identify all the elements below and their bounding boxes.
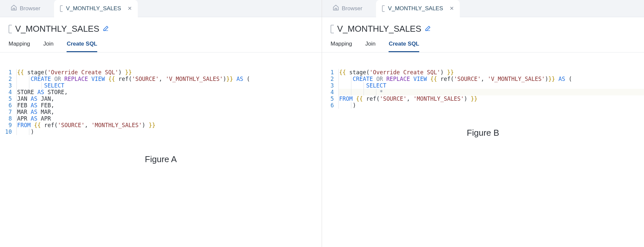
token-plain: , (481, 76, 487, 82)
token-plain: ) (353, 102, 356, 109)
line-number: 2 (322, 76, 338, 82)
browser-link[interactable]: Browser (328, 4, 367, 13)
code-content[interactable]: CREATE OR REPLACE VIEW {{ ref('SOURCE', … (338, 76, 644, 82)
code-content[interactable]: STORE AS STORE, (16, 89, 322, 95)
tab-bar: BrowserV_MONTHLY_SALES✕ (0, 0, 322, 17)
code-line[interactable]: 7MAR AS MAR, (0, 109, 322, 115)
code-content[interactable]: ) (338, 102, 644, 109)
indent-guide (338, 69, 339, 76)
token-plain (24, 69, 27, 76)
title-row: V_MONTHLY_SALES (322, 17, 644, 37)
code-content[interactable]: {{ stage('Override Create SQL') }} (16, 69, 322, 76)
code-content[interactable]: {{ stage('Override Create SQL') }} (338, 69, 644, 76)
token-kw-blue: AS (31, 95, 37, 102)
indent-guide (351, 82, 351, 89)
code-content[interactable]: ) (16, 128, 322, 135)
tab-active[interactable]: V_MONTHLY_SALES✕ (54, 0, 138, 17)
token-plain (555, 76, 558, 82)
code-line[interactable]: 4 * (322, 89, 644, 95)
token-plain: JAN (17, 95, 31, 102)
close-icon[interactable]: ✕ (450, 5, 454, 12)
indent-guide (42, 82, 42, 89)
indent-guide (338, 76, 339, 82)
token-plain: ( (565, 76, 572, 82)
indent-guide (16, 82, 17, 89)
code-content[interactable]: CREATE OR REPLACE VIEW {{ ref('SOURCE', … (16, 76, 322, 82)
edit-icon[interactable] (424, 25, 431, 33)
token-delim: }} (447, 69, 454, 76)
edit-icon[interactable] (102, 25, 109, 33)
token-kw-blue: AS (37, 89, 44, 95)
token-fn: ref (440, 76, 451, 82)
code-content[interactable]: * (338, 89, 644, 95)
code-content[interactable]: MAR AS MAR, (16, 109, 322, 115)
tab-join[interactable]: Join (43, 41, 53, 52)
token-kw-blue: FROM (339, 95, 353, 102)
line-number: 7 (0, 109, 16, 115)
code-line[interactable]: 5JAN AS JAN, (0, 95, 322, 102)
browser-label: Browser (20, 5, 40, 12)
code-line[interactable]: 1{{ stage('Override Create SQL') }} (0, 69, 322, 76)
token-plain (51, 76, 54, 82)
view-icon (331, 25, 334, 33)
token-delim: }} (125, 69, 132, 76)
token-plain: ( (129, 76, 132, 82)
token-kw-blue: CREATE (353, 76, 373, 82)
code-editor[interactable]: 1{{ stage('Override Create SQL') }}2 CRE… (322, 53, 644, 109)
token-plain: ) (118, 69, 125, 76)
code-line[interactable]: 4STORE AS STORE, (0, 89, 322, 95)
token-plain (373, 76, 376, 82)
indent-guide (338, 89, 339, 95)
tab-mapping[interactable]: Mapping (9, 41, 30, 52)
indent-guide (351, 89, 351, 95)
code-content[interactable]: JAN AS JAN, (16, 95, 322, 102)
tab-bar: BrowserV_MONTHLY_SALES✕ (322, 0, 644, 17)
panel-1: BrowserV_MONTHLY_SALES✕V_MONTHLY_SALESMa… (322, 0, 644, 247)
close-icon[interactable]: ✕ (128, 5, 132, 12)
code-line[interactable]: 9FROM {{ ref('SOURCE', 'MONTHLY_SALES') … (0, 122, 322, 128)
home-icon (11, 4, 17, 13)
tab-active[interactable]: V_MONTHLY_SALES✕ (376, 0, 460, 17)
indent-guide (351, 102, 351, 109)
code-content[interactable]: FROM {{ ref('SOURCE', 'MONTHLY_SALES') }… (338, 95, 644, 102)
token-plain: MAR (17, 109, 31, 115)
code-line[interactable]: 6 ) (322, 102, 644, 109)
token-kw-gray: * (380, 89, 383, 95)
token-plain: MAR, (37, 109, 54, 115)
token-kw-blue: FROM (17, 122, 31, 128)
line-number: 1 (0, 69, 16, 76)
code-content[interactable]: APR AS APR (16, 115, 322, 122)
code-line[interactable]: 10 ) (0, 128, 322, 135)
indent-guide (16, 122, 17, 128)
token-str: 'SOURCE' (132, 76, 159, 82)
code-line[interactable]: 3 SELECT (0, 82, 322, 89)
tab-join[interactable]: Join (365, 41, 375, 52)
indent-guide (338, 95, 339, 102)
browser-link[interactable]: Browser (6, 4, 45, 13)
code-line[interactable]: 2 CREATE OR REPLACE VIEW {{ ref('SOURCE'… (0, 76, 322, 82)
code-line[interactable]: 3 SELECT (322, 82, 644, 89)
token-plain: ( (54, 122, 58, 128)
code-line[interactable]: 5FROM {{ ref('SOURCE', 'MONTHLY_SALES') … (322, 95, 644, 102)
tab-create-sql[interactable]: Create SQL (67, 41, 97, 52)
code-content[interactable]: FROM {{ ref('SOURCE', 'MONTHLY_SALES') }… (16, 122, 322, 128)
token-kw-blue: SELECT (366, 82, 386, 89)
code-line[interactable]: 2 CREATE OR REPLACE VIEW {{ ref('SOURCE'… (322, 76, 644, 82)
indent-guide (29, 128, 29, 135)
token-kw-blue: SELECT (44, 82, 64, 89)
token-plain: STORE, (44, 89, 68, 95)
token-plain (353, 95, 356, 102)
tab-mapping[interactable]: Mapping (331, 41, 352, 52)
token-kw-blue: CREATE (31, 76, 51, 82)
token-kw-blue: AS (31, 115, 37, 122)
indent-guide (338, 102, 339, 109)
code-content[interactable]: SELECT (16, 82, 322, 89)
code-editor[interactable]: 1{{ stage('Override Create SQL') }}2 CRE… (0, 53, 322, 135)
code-content[interactable]: FEB AS FEB, (16, 102, 322, 109)
code-line[interactable]: 8APR AS APR (0, 115, 322, 122)
tab-create-sql[interactable]: Create SQL (389, 41, 419, 52)
token-kw-purple: REPLACE (64, 76, 88, 82)
code-content[interactable]: SELECT (338, 82, 644, 89)
code-line[interactable]: 6FEB AS FEB, (0, 102, 322, 109)
code-line[interactable]: 1{{ stage('Override Create SQL') }} (322, 69, 644, 76)
